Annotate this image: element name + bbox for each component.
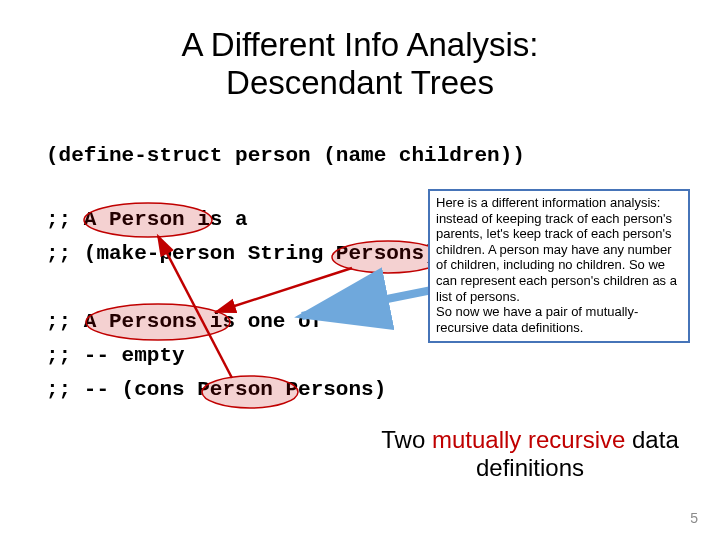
code-line-4: ;; A Persons is one of — [46, 310, 323, 333]
title-line-1: A Different Info Analysis: — [181, 26, 538, 63]
code-line-6: ;; -- (cons Person Persons) — [46, 378, 386, 401]
code-line-1: (define-struct person (name children)) — [46, 144, 525, 167]
caption: Two mutually recursive data definitions — [370, 426, 690, 481]
callout-text-1: Here is a different information analysis… — [436, 195, 677, 304]
code-line-5: ;; -- empty — [46, 344, 185, 367]
slide-title: A Different Info Analysis: Descendant Tr… — [0, 26, 720, 102]
callout-box: Here is a different information analysis… — [428, 189, 690, 343]
arrow-persons — [216, 268, 352, 312]
code-line-3: ;; (make-person String Persons) — [46, 242, 437, 265]
title-line-2: Descendant Trees — [226, 64, 494, 101]
page-number: 5 — [690, 510, 698, 526]
slide: A Different Info Analysis: Descendant Tr… — [0, 0, 720, 540]
code-line-2: ;; A Person is a — [46, 208, 248, 231]
caption-accent: mutually recursive — [432, 426, 625, 453]
callout-text-2: So now we have a pair of mutually-recurs… — [436, 304, 638, 335]
caption-before: Two — [381, 426, 432, 453]
